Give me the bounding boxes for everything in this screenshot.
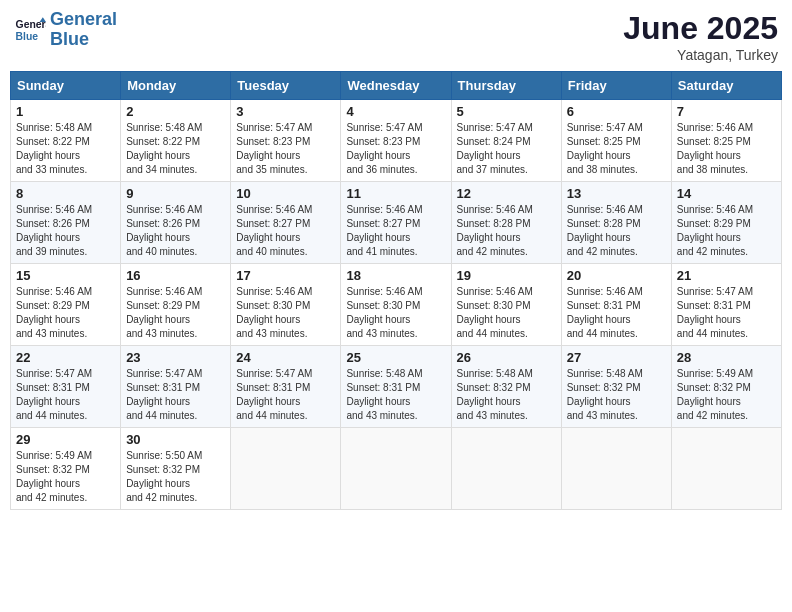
day-number: 1 bbox=[16, 104, 115, 119]
table-cell bbox=[231, 428, 341, 510]
table-cell: 17 Sunrise: 5:46 AM Sunset: 8:30 PM Dayl… bbox=[231, 264, 341, 346]
col-thursday: Thursday bbox=[451, 72, 561, 100]
day-number: 27 bbox=[567, 350, 666, 365]
day-info: Sunrise: 5:47 AM Sunset: 8:25 PM Dayligh… bbox=[567, 121, 666, 177]
title-block: June 2025 Yatagan, Turkey bbox=[623, 10, 778, 63]
table-cell: 11 Sunrise: 5:46 AM Sunset: 8:27 PM Dayl… bbox=[341, 182, 451, 264]
day-number: 6 bbox=[567, 104, 666, 119]
day-info: Sunrise: 5:46 AM Sunset: 8:27 PM Dayligh… bbox=[236, 203, 335, 259]
table-cell: 7 Sunrise: 5:46 AM Sunset: 8:25 PM Dayli… bbox=[671, 100, 781, 182]
day-number: 18 bbox=[346, 268, 445, 283]
table-cell: 21 Sunrise: 5:47 AM Sunset: 8:31 PM Dayl… bbox=[671, 264, 781, 346]
day-info: Sunrise: 5:46 AM Sunset: 8:29 PM Dayligh… bbox=[16, 285, 115, 341]
day-number: 13 bbox=[567, 186, 666, 201]
table-cell: 27 Sunrise: 5:48 AM Sunset: 8:32 PM Dayl… bbox=[561, 346, 671, 428]
table-cell: 28 Sunrise: 5:49 AM Sunset: 8:32 PM Dayl… bbox=[671, 346, 781, 428]
day-info: Sunrise: 5:46 AM Sunset: 8:27 PM Dayligh… bbox=[346, 203, 445, 259]
table-cell: 4 Sunrise: 5:47 AM Sunset: 8:23 PM Dayli… bbox=[341, 100, 451, 182]
day-number: 11 bbox=[346, 186, 445, 201]
day-number: 10 bbox=[236, 186, 335, 201]
logo-text: GeneralBlue bbox=[50, 10, 117, 50]
table-cell bbox=[671, 428, 781, 510]
calendar-week-row: 1 Sunrise: 5:48 AM Sunset: 8:22 PM Dayli… bbox=[11, 100, 782, 182]
table-cell: 20 Sunrise: 5:46 AM Sunset: 8:31 PM Dayl… bbox=[561, 264, 671, 346]
day-number: 28 bbox=[677, 350, 776, 365]
logo: General Blue GeneralBlue bbox=[14, 10, 117, 50]
table-cell: 14 Sunrise: 5:46 AM Sunset: 8:29 PM Dayl… bbox=[671, 182, 781, 264]
day-number: 8 bbox=[16, 186, 115, 201]
day-info: Sunrise: 5:46 AM Sunset: 8:28 PM Dayligh… bbox=[457, 203, 556, 259]
table-cell: 13 Sunrise: 5:46 AM Sunset: 8:28 PM Dayl… bbox=[561, 182, 671, 264]
table-cell: 29 Sunrise: 5:49 AM Sunset: 8:32 PM Dayl… bbox=[11, 428, 121, 510]
table-cell: 25 Sunrise: 5:48 AM Sunset: 8:31 PM Dayl… bbox=[341, 346, 451, 428]
day-info: Sunrise: 5:46 AM Sunset: 8:26 PM Dayligh… bbox=[16, 203, 115, 259]
table-cell bbox=[561, 428, 671, 510]
logo-icon: General Blue bbox=[14, 14, 46, 46]
page-header: General Blue GeneralBlue June 2025 Yatag… bbox=[10, 10, 782, 63]
day-number: 4 bbox=[346, 104, 445, 119]
day-number: 26 bbox=[457, 350, 556, 365]
day-info: Sunrise: 5:50 AM Sunset: 8:32 PM Dayligh… bbox=[126, 449, 225, 505]
col-monday: Monday bbox=[121, 72, 231, 100]
day-info: Sunrise: 5:46 AM Sunset: 8:25 PM Dayligh… bbox=[677, 121, 776, 177]
day-info: Sunrise: 5:46 AM Sunset: 8:30 PM Dayligh… bbox=[236, 285, 335, 341]
table-cell: 9 Sunrise: 5:46 AM Sunset: 8:26 PM Dayli… bbox=[121, 182, 231, 264]
day-info: Sunrise: 5:49 AM Sunset: 8:32 PM Dayligh… bbox=[677, 367, 776, 423]
day-number: 7 bbox=[677, 104, 776, 119]
day-number: 25 bbox=[346, 350, 445, 365]
calendar-week-row: 22 Sunrise: 5:47 AM Sunset: 8:31 PM Dayl… bbox=[11, 346, 782, 428]
day-number: 21 bbox=[677, 268, 776, 283]
day-number: 3 bbox=[236, 104, 335, 119]
day-info: Sunrise: 5:48 AM Sunset: 8:22 PM Dayligh… bbox=[126, 121, 225, 177]
day-info: Sunrise: 5:48 AM Sunset: 8:31 PM Dayligh… bbox=[346, 367, 445, 423]
col-friday: Friday bbox=[561, 72, 671, 100]
table-cell: 26 Sunrise: 5:48 AM Sunset: 8:32 PM Dayl… bbox=[451, 346, 561, 428]
col-tuesday: Tuesday bbox=[231, 72, 341, 100]
day-number: 22 bbox=[16, 350, 115, 365]
day-info: Sunrise: 5:46 AM Sunset: 8:30 PM Dayligh… bbox=[346, 285, 445, 341]
day-info: Sunrise: 5:47 AM Sunset: 8:31 PM Dayligh… bbox=[126, 367, 225, 423]
day-number: 5 bbox=[457, 104, 556, 119]
calendar-header-row: Sunday Monday Tuesday Wednesday Thursday… bbox=[11, 72, 782, 100]
month-title: June 2025 bbox=[623, 10, 778, 47]
day-info: Sunrise: 5:48 AM Sunset: 8:32 PM Dayligh… bbox=[457, 367, 556, 423]
day-number: 9 bbox=[126, 186, 225, 201]
calendar-week-row: 15 Sunrise: 5:46 AM Sunset: 8:29 PM Dayl… bbox=[11, 264, 782, 346]
col-sunday: Sunday bbox=[11, 72, 121, 100]
day-info: Sunrise: 5:47 AM Sunset: 8:31 PM Dayligh… bbox=[677, 285, 776, 341]
table-cell bbox=[341, 428, 451, 510]
table-cell: 2 Sunrise: 5:48 AM Sunset: 8:22 PM Dayli… bbox=[121, 100, 231, 182]
day-info: Sunrise: 5:47 AM Sunset: 8:24 PM Dayligh… bbox=[457, 121, 556, 177]
day-info: Sunrise: 5:48 AM Sunset: 8:22 PM Dayligh… bbox=[16, 121, 115, 177]
table-cell: 8 Sunrise: 5:46 AM Sunset: 8:26 PM Dayli… bbox=[11, 182, 121, 264]
table-cell: 16 Sunrise: 5:46 AM Sunset: 8:29 PM Dayl… bbox=[121, 264, 231, 346]
day-info: Sunrise: 5:46 AM Sunset: 8:30 PM Dayligh… bbox=[457, 285, 556, 341]
day-number: 23 bbox=[126, 350, 225, 365]
day-number: 19 bbox=[457, 268, 556, 283]
table-cell: 6 Sunrise: 5:47 AM Sunset: 8:25 PM Dayli… bbox=[561, 100, 671, 182]
calendar-week-row: 8 Sunrise: 5:46 AM Sunset: 8:26 PM Dayli… bbox=[11, 182, 782, 264]
table-cell: 19 Sunrise: 5:46 AM Sunset: 8:30 PM Dayl… bbox=[451, 264, 561, 346]
svg-text:Blue: Blue bbox=[16, 30, 39, 41]
table-cell: 24 Sunrise: 5:47 AM Sunset: 8:31 PM Dayl… bbox=[231, 346, 341, 428]
day-number: 29 bbox=[16, 432, 115, 447]
calendar-week-row: 29 Sunrise: 5:49 AM Sunset: 8:32 PM Dayl… bbox=[11, 428, 782, 510]
day-info: Sunrise: 5:46 AM Sunset: 8:31 PM Dayligh… bbox=[567, 285, 666, 341]
day-info: Sunrise: 5:46 AM Sunset: 8:26 PM Dayligh… bbox=[126, 203, 225, 259]
table-cell: 18 Sunrise: 5:46 AM Sunset: 8:30 PM Dayl… bbox=[341, 264, 451, 346]
day-info: Sunrise: 5:46 AM Sunset: 8:29 PM Dayligh… bbox=[677, 203, 776, 259]
day-number: 14 bbox=[677, 186, 776, 201]
day-info: Sunrise: 5:46 AM Sunset: 8:29 PM Dayligh… bbox=[126, 285, 225, 341]
day-number: 20 bbox=[567, 268, 666, 283]
calendar-table: Sunday Monday Tuesday Wednesday Thursday… bbox=[10, 71, 782, 510]
table-cell: 15 Sunrise: 5:46 AM Sunset: 8:29 PM Dayl… bbox=[11, 264, 121, 346]
table-cell: 30 Sunrise: 5:50 AM Sunset: 8:32 PM Dayl… bbox=[121, 428, 231, 510]
day-number: 17 bbox=[236, 268, 335, 283]
table-cell: 5 Sunrise: 5:47 AM Sunset: 8:24 PM Dayli… bbox=[451, 100, 561, 182]
day-info: Sunrise: 5:47 AM Sunset: 8:31 PM Dayligh… bbox=[236, 367, 335, 423]
day-info: Sunrise: 5:46 AM Sunset: 8:28 PM Dayligh… bbox=[567, 203, 666, 259]
day-info: Sunrise: 5:47 AM Sunset: 8:31 PM Dayligh… bbox=[16, 367, 115, 423]
day-info: Sunrise: 5:48 AM Sunset: 8:32 PM Dayligh… bbox=[567, 367, 666, 423]
day-number: 30 bbox=[126, 432, 225, 447]
day-info: Sunrise: 5:47 AM Sunset: 8:23 PM Dayligh… bbox=[346, 121, 445, 177]
